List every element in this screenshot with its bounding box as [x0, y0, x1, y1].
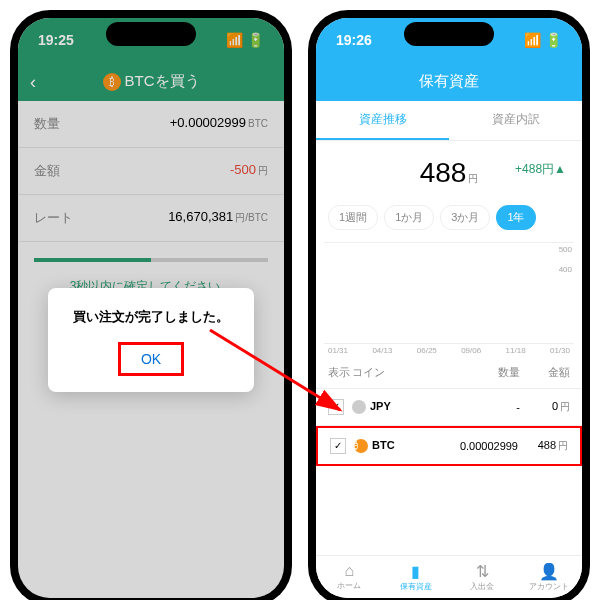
phone-right: 19:26 📶 🔋 保有資産 資産推移 資産内訳 488円 +488円▲ 1週間… — [308, 10, 590, 600]
chart-area: 500 400 — [324, 242, 574, 344]
balance-change: +488円▲ — [515, 161, 566, 178]
period-1m[interactable]: 1か月 — [384, 205, 434, 230]
balance: 488円 +488円▲ — [316, 141, 582, 205]
status-icons: 📶 🔋 — [524, 32, 562, 48]
modal-title: 買い注文が完了しました。 — [64, 308, 238, 326]
home-icon: ⌂ — [316, 562, 383, 580]
tabs: 資産推移 資産内訳 — [316, 101, 582, 141]
nav-io[interactable]: ⇅入出金 — [449, 562, 516, 592]
bottom-nav: ⌂ホーム ▮保有資産 ⇅入出金 👤アカウント — [316, 555, 582, 598]
period-selector: 1週間 1か月 3か月 1年 — [316, 205, 582, 242]
screen-right: 19:26 📶 🔋 保有資産 資産推移 資産内訳 488円 +488円▲ 1週間… — [316, 18, 582, 598]
notch — [404, 22, 494, 46]
checkbox-icon[interactable]: ✓ — [328, 399, 344, 415]
tab-history[interactable]: 資産推移 — [316, 101, 449, 140]
account-icon: 👤 — [516, 562, 583, 581]
nav-home[interactable]: ⌂ホーム — [316, 562, 383, 592]
nav-assets[interactable]: ▮保有資産 — [383, 562, 450, 592]
ok-button[interactable]: OK — [118, 342, 184, 376]
table-header: 表示コイン数量金額 — [316, 357, 582, 389]
period-1y[interactable]: 1年 — [496, 205, 535, 230]
wallet-icon: ▮ — [383, 562, 450, 581]
checkbox-icon[interactable]: ✓ — [330, 438, 346, 454]
period-3m[interactable]: 3か月 — [440, 205, 490, 230]
screen-left: 19:25 📶 🔋 ‹ ₿BTCを買う 数量 +0.00002999BTC 金額… — [18, 18, 284, 598]
jpy-icon — [352, 400, 366, 414]
header-assets: 保有資産 — [316, 62, 582, 101]
btc-icon: ₿ — [354, 439, 368, 453]
tab-breakdown[interactable]: 資産内訳 — [449, 101, 582, 140]
nav-account[interactable]: 👤アカウント — [516, 562, 583, 592]
chart-x-axis: 01/3104/1306/2509/0611/1801/30 — [316, 344, 582, 357]
period-1w[interactable]: 1週間 — [328, 205, 378, 230]
status-time: 19:26 — [336, 32, 372, 48]
transfer-icon: ⇅ — [449, 562, 516, 581]
completion-modal: 買い注文が完了しました。 OK — [48, 288, 254, 392]
row-jpy[interactable]: ✓ JPY - 0円 — [316, 389, 582, 426]
row-btc[interactable]: ✓ ₿BTC 0.00002999 488円 — [316, 426, 582, 466]
phone-left: 19:25 📶 🔋 ‹ ₿BTCを買う 数量 +0.00002999BTC 金額… — [10, 10, 292, 600]
notch — [106, 22, 196, 46]
